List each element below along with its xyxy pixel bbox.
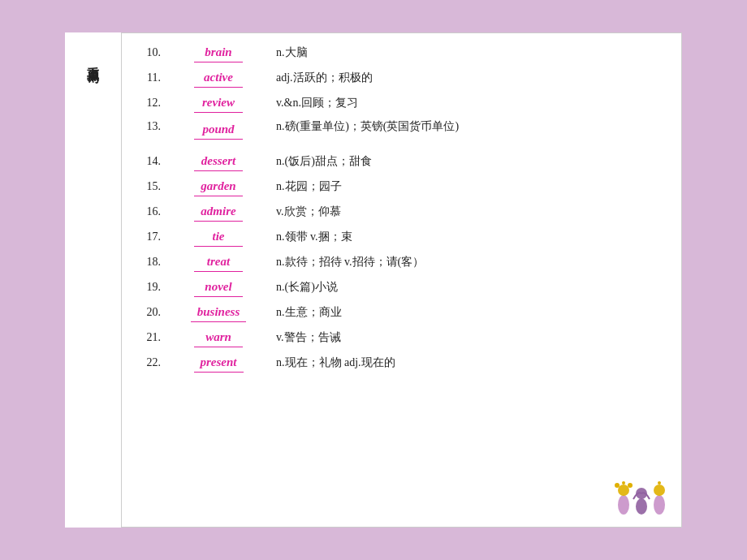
blank-word: warn [166,327,271,347]
row-number: 10. [138,44,161,62]
word-text: review [194,93,243,113]
row-number: 11. [138,69,161,87]
definition: n.磅(重量单位)；英镑(英国货币单位) [276,118,665,136]
row-number: 18. [138,253,161,271]
word-text: garden [194,176,243,196]
vocab-row: 22.presentn.现在；礼物 adj.现在的 [138,350,665,375]
blank-word: pound [166,119,271,140]
blank-word: novel [166,277,271,297]
page-container: 重点单词 10.brainn.大脑11.activeadj.活跃的；积极的12.… [65,32,682,528]
content-area: 10.brainn.大脑11.activeadj.活跃的；积极的12.revie… [122,32,682,528]
word-text: treat [194,252,243,272]
sidebar-label: 重点单词 [84,57,101,63]
sidebar: 重点单词 [65,32,122,528]
blank-word: present [166,352,271,373]
word-text: warn [194,327,243,347]
definition: n.生意；商业 [276,304,665,321]
word-text: dessert [194,151,243,171]
definition: v.欣赏；仰慕 [276,203,665,221]
vocab-row: 15.gardenn.花园；园子 [138,174,665,199]
vocab-row: 11.activeadj.活跃的；积极的 [138,65,665,90]
blank-word: brain [166,42,271,62]
definition: n.花园；园子 [276,178,665,196]
blank-word: garden [166,176,271,196]
vocab-row: 18.treatn.款待；招待 v.招待；请(客） [138,249,665,274]
definition: n.(饭后)甜点；甜食 [276,153,665,170]
svg-point-8 [622,481,625,485]
definition: n.(长篇)小说 [276,278,665,296]
blank-word: review [166,93,271,113]
vocab-row: 19.noveln.(长篇)小说 [138,274,665,299]
definition: n.领带 v.捆；束 [276,228,665,246]
definition: n.现在；礼物 adj.现在的 [276,354,665,372]
vocab-row: 14.dessertn.(饭后)甜点；甜食 [138,149,665,174]
svg-point-0 [618,495,629,515]
row-number: 21. [138,329,161,347]
row-number: 12. [138,94,161,112]
definition: n.款待；招待 v.招待；请(客） [276,253,665,271]
vocab-row: 20.businessn.生意；商业 [138,299,665,325]
svg-point-6 [654,495,665,515]
word-text: pound [194,119,243,140]
vocab-row: 10.brainn.大脑 [138,40,665,65]
word-text: brain [194,42,243,62]
svg-point-3 [628,483,633,488]
blank-word: business [166,302,271,322]
row-number: 15. [138,178,161,196]
definition: v.警告；告诫 [276,329,665,347]
blank-word: active [166,67,271,88]
blank-word: dessert [166,151,271,171]
row-number: 14. [138,153,161,170]
word-text: active [194,67,243,88]
vocab-row: 13.poundn.磅(重量单位)；英镑(英国货币单位) [138,115,665,142]
vocab-row: 21.warnv.警告；告诫 [138,325,665,350]
row-number: 19. [138,278,161,296]
word-text: present [194,352,244,373]
word-text: tie [194,226,243,247]
blank-word: admire [166,201,271,222]
row-number: 17. [138,228,161,246]
blank-word: treat [166,252,271,272]
svg-point-2 [615,483,620,488]
vocab-row: 12.reviewv.&n.回顾；复习 [138,90,665,115]
vocab-row: 17.tien.领带 v.捆；束 [138,224,665,249]
decorative-illustration [609,454,674,519]
definition: adj.活跃的；积极的 [276,69,665,87]
vocab-row: 16.admirev.欣赏；仰慕 [138,199,665,224]
word-text: admire [194,201,243,222]
definition: v.&n.回顾；复习 [276,94,665,112]
word-text: business [191,302,247,322]
row-number: 22. [138,354,161,372]
blank-word: tie [166,226,271,247]
svg-point-7 [654,485,665,496]
svg-point-1 [618,485,629,496]
definition: n.大脑 [276,44,665,62]
row-number: 16. [138,203,161,221]
row-number: 13. [138,118,161,136]
row-number: 20. [138,304,161,321]
word-text: novel [194,277,243,297]
svg-point-9 [658,481,661,485]
svg-point-4 [636,498,647,515]
